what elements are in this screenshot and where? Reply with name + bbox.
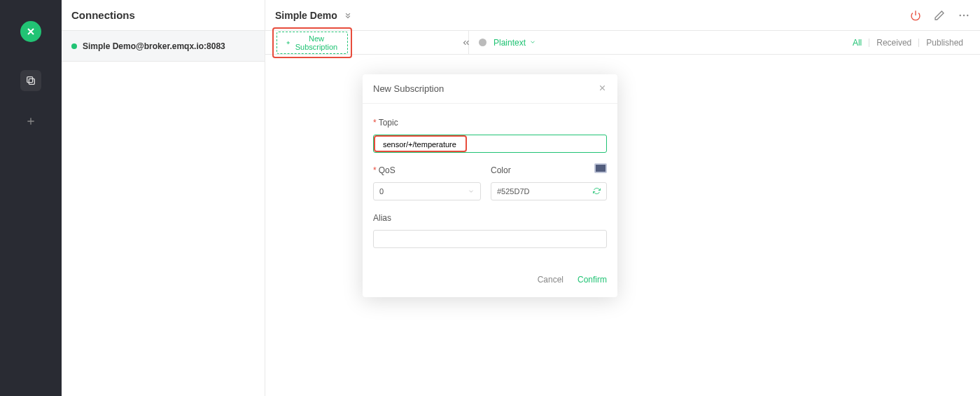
alias-label: Alias (373, 213, 607, 223)
topic-label: *Topic (373, 118, 607, 128)
color-swatch[interactable] (594, 163, 607, 173)
topic-input-extension[interactable] (467, 135, 606, 152)
required-star: * (373, 118, 377, 128)
color-input[interactable]: #525D7D (491, 182, 607, 200)
form-col-color: Color #525D7D (491, 165, 607, 200)
topic-input[interactable] (377, 139, 463, 149)
chevron-down-icon (468, 188, 475, 195)
modal-footer: Cancel Confirm (363, 268, 617, 297)
refresh-color-button[interactable] (593, 186, 601, 197)
qos-value: 0 (379, 187, 384, 196)
form-row-alias: Alias (373, 213, 607, 248)
color-label-text: Color (491, 165, 511, 175)
refresh-icon (593, 187, 601, 195)
modal-body: *Topic *QoS 0 Color (363, 104, 617, 268)
modal-title: New Subscription (373, 83, 444, 94)
color-value: #525D7D (497, 187, 593, 196)
qos-label: *QoS (373, 165, 481, 175)
qos-select[interactable]: 0 (373, 182, 481, 200)
color-label: Color (491, 165, 607, 175)
confirm-button[interactable]: Confirm (578, 275, 607, 285)
form-row-topic: *Topic (373, 118, 607, 153)
alias-input[interactable] (373, 230, 607, 248)
modal-header: New Subscription (363, 74, 617, 104)
required-star: * (373, 165, 377, 175)
close-icon (598, 83, 607, 93)
form-col-qos: *QoS 0 (373, 165, 481, 200)
topic-input-row (373, 135, 607, 153)
qos-label-text: QoS (379, 165, 396, 175)
form-row-qos-color: *QoS 0 Color #525D7D (373, 165, 607, 200)
topic-label-text: Topic (379, 118, 398, 128)
new-subscription-modal: New Subscription *Topic *QoS 0 (363, 74, 617, 297)
modal-close-button[interactable] (598, 83, 607, 95)
cancel-button[interactable]: Cancel (538, 275, 564, 285)
modal-overlay: New Subscription *Topic *QoS 0 (0, 0, 980, 396)
topic-input-highlight (374, 135, 467, 152)
